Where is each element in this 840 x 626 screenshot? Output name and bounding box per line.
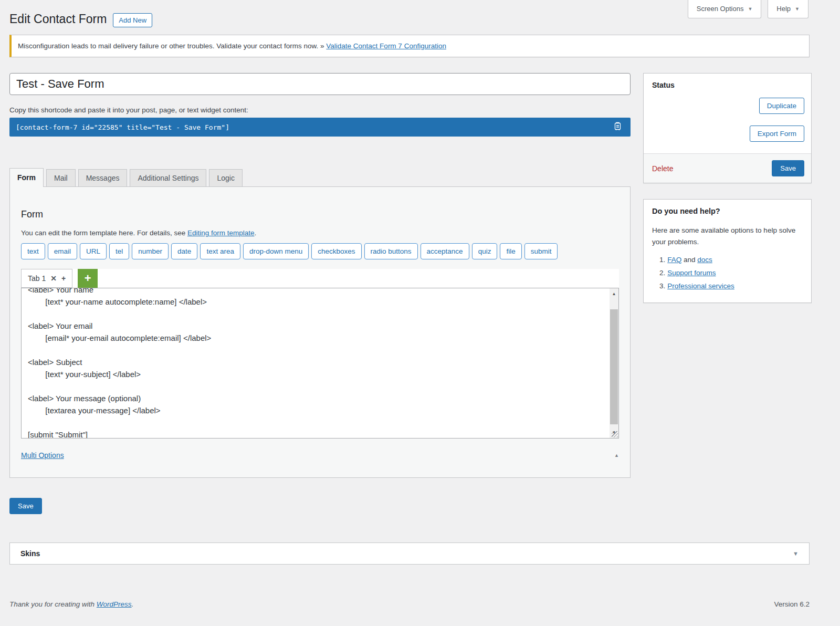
chevron-down-icon: ▼ xyxy=(795,6,800,12)
help-item-number: 3. xyxy=(659,282,665,290)
footer-version: Version 6.2 xyxy=(774,600,810,608)
editing-form-template-link[interactable]: Editing form template xyxy=(187,229,255,237)
config-warning-notice: Misconfiguration leads to mail delivery … xyxy=(9,35,810,57)
add-tab-inline-icon[interactable]: + xyxy=(61,274,66,283)
editor-scrollbar[interactable]: ▲ ▼ xyxy=(610,288,618,438)
help-box: Do you need help? Here are some availabl… xyxy=(643,199,812,303)
save-button[interactable]: Save xyxy=(9,498,42,514)
help-list: 1.FAQ and docs 2.Support forums 3.Profes… xyxy=(652,256,803,290)
status-actions: Duplicate Export Form xyxy=(644,89,811,153)
sidebar: Status Duplicate Export Form Delete Save… xyxy=(643,73,812,303)
add-tab-button[interactable]: + xyxy=(78,269,98,288)
scroll-up-icon[interactable]: ▲ xyxy=(610,289,618,298)
multi-options-row: Multi Options ▲ xyxy=(21,439,619,464)
list-item: 2.Support forums xyxy=(659,269,803,277)
sidebar-save-button[interactable]: Save xyxy=(772,160,804,176)
delete-link[interactable]: Delete xyxy=(652,164,673,173)
wordpress-link[interactable]: WordPress xyxy=(97,600,132,608)
tag-button-quiz[interactable]: quiz xyxy=(472,243,498,259)
export-form-button[interactable]: Export Form xyxy=(750,126,804,142)
tag-button-submit[interactable]: submit xyxy=(524,243,558,259)
screen-options-button[interactable]: Screen Options ▼ xyxy=(688,0,762,18)
main-column: Copy this shortcode and paste it into yo… xyxy=(9,73,631,514)
editor-tab-nav: Tab 1 ✕ + + xyxy=(21,269,619,288)
tab-form[interactable]: Form xyxy=(9,168,44,187)
tag-button-email[interactable]: email xyxy=(48,243,77,259)
footer-thanks-text: Thank you for creating with xyxy=(9,600,97,608)
form-panel: Form You can edit the form template here… xyxy=(9,186,631,478)
editor-tab-1[interactable]: Tab 1 ✕ + xyxy=(21,269,72,288)
tag-button-drop-down-menu[interactable]: drop-down menu xyxy=(243,243,309,259)
copy-shortcode-button[interactable] xyxy=(611,122,624,132)
notice-text: Misconfiguration leads to mail delivery … xyxy=(18,42,324,50)
shortcode-hint: Copy this shortcode and paste it into yo… xyxy=(9,106,631,114)
skins-heading: Skins xyxy=(20,549,40,558)
faq-link[interactable]: FAQ xyxy=(667,256,681,264)
scrollbar-thumb[interactable] xyxy=(610,309,618,424)
panel-heading: Form xyxy=(21,209,619,220)
page-title: Edit Contact Form xyxy=(9,12,107,27)
status-footer: Delete Save xyxy=(644,153,811,183)
copy-icon xyxy=(613,122,622,132)
tag-button-checkboxes[interactable]: checkboxes xyxy=(311,243,361,259)
panel-description: You can edit the form template here. For… xyxy=(21,229,619,237)
docs-link[interactable]: docs xyxy=(697,256,712,264)
status-box: Status Duplicate Export Form Delete Save xyxy=(643,73,812,183)
resize-handle[interactable] xyxy=(612,431,618,437)
tab-mail[interactable]: Mail xyxy=(46,169,76,187)
form-template-editor[interactable]: <label> Your name [text* your-name autoc… xyxy=(22,288,610,438)
plus-icon: + xyxy=(85,272,91,285)
skins-section[interactable]: Skins ▼ xyxy=(9,542,810,565)
tag-button-file[interactable]: file xyxy=(500,243,521,259)
editor-tabs: Form Mail Messages Additional Settings L… xyxy=(9,169,631,186)
footer-thanks: Thank you for creating with WordPress. xyxy=(9,600,133,608)
tag-button-date[interactable]: date xyxy=(171,243,197,259)
screen-meta: Screen Options ▼ Help ▼ xyxy=(688,0,808,18)
screen-options-label: Screen Options xyxy=(697,5,744,13)
add-new-button[interactable]: Add New xyxy=(113,13,152,27)
shortcode-bar: [contact-form-7 id="22585" title="Test -… xyxy=(9,118,631,137)
chevron-down-icon[interactable]: ▼ xyxy=(793,550,799,557)
tab-logic[interactable]: Logic xyxy=(209,169,242,187)
help-button[interactable]: Help ▼ xyxy=(768,0,808,18)
tag-button-radio-buttons[interactable]: radio buttons xyxy=(364,243,418,259)
tag-button-text-area[interactable]: text area xyxy=(200,243,240,259)
footer-thanks-period: . xyxy=(132,600,134,608)
chevron-down-icon: ▼ xyxy=(748,6,752,12)
tag-generator-buttons: text email URL tel number date text area… xyxy=(21,243,619,259)
multi-options-link[interactable]: Multi Options xyxy=(21,451,64,460)
tag-button-text[interactable]: text xyxy=(21,243,45,259)
tab-additional-settings[interactable]: Additional Settings xyxy=(130,169,206,187)
help-label: Help xyxy=(776,5,791,13)
support-forums-link[interactable]: Support forums xyxy=(667,269,716,277)
tab-messages[interactable]: Messages xyxy=(78,169,128,187)
admin-wrap: Edit Contact Form Add New Misconfigurati… xyxy=(9,0,810,619)
tag-button-tel[interactable]: tel xyxy=(109,243,129,259)
tag-button-number[interactable]: number xyxy=(132,243,169,259)
editor-tab-1-label: Tab 1 xyxy=(28,274,46,283)
validate-config-link[interactable]: Validate Contact Form 7 Configuration xyxy=(326,42,446,50)
duplicate-button[interactable]: Duplicate xyxy=(759,98,804,114)
shortcode-value[interactable]: [contact-form-7 id="22585" title="Test -… xyxy=(16,123,229,131)
close-tab-icon[interactable]: ✕ xyxy=(50,274,57,283)
panel-description-period: . xyxy=(255,229,257,237)
help-item-number: 1. xyxy=(659,256,665,264)
help-intro: Here are some available options to help … xyxy=(652,225,803,248)
form-title-input[interactable] xyxy=(9,73,631,95)
admin-footer: Thank you for creating with WordPress. V… xyxy=(9,600,810,619)
form-template-code[interactable]: <label> Your name [text* your-name autoc… xyxy=(22,288,610,438)
status-heading: Status xyxy=(644,74,811,89)
panel-description-text: You can edit the form template here. For… xyxy=(21,229,187,237)
list-item: 3.Professional services xyxy=(659,282,803,290)
help-item-number: 2. xyxy=(659,269,665,277)
help-item-text: and xyxy=(681,256,697,264)
collapse-up-icon[interactable]: ▲ xyxy=(614,453,619,458)
list-item: 1.FAQ and docs xyxy=(659,256,803,264)
form-template-editor-area: <label> Your name [text* your-name autoc… xyxy=(21,288,619,439)
professional-services-link[interactable]: Professional services xyxy=(667,282,734,290)
tag-button-url[interactable]: URL xyxy=(80,243,107,259)
tag-button-acceptance[interactable]: acceptance xyxy=(421,243,469,259)
help-heading: Do you need help? xyxy=(652,207,803,215)
